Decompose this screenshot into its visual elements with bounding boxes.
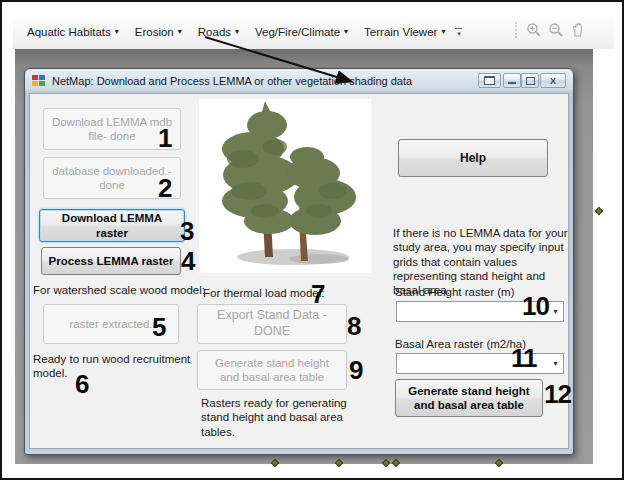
callout-1: 1 <box>158 125 171 151</box>
help-button[interactable]: Help <box>398 139 548 177</box>
chevron-down-icon: ▾ <box>115 28 119 36</box>
rasters-ready-note: Rasters ready for generating stand heigh… <box>201 396 353 439</box>
basal-area-label: Basal Area raster (m2/ha) <box>395 338 526 350</box>
zoom-in-icon[interactable] <box>526 22 542 38</box>
callout-11: 11 <box>511 345 537 371</box>
menu-roads[interactable]: Roads ▾ <box>190 23 247 41</box>
download-lemma-raster-button[interactable]: Download LEMMA raster <box>39 209 185 242</box>
selection-handle-right[interactable] <box>595 207 603 215</box>
stand-height-label: Stand Height raster (m) <box>395 286 515 298</box>
menu-terrain-viewer[interactable]: Terrain Viewer ▾ <box>356 23 453 41</box>
watershed-model-label: For watershed scale wood model: <box>33 284 205 296</box>
chevron-down-icon: ▾ <box>178 28 182 36</box>
minimize-icon <box>508 82 516 84</box>
menu-erosion[interactable]: Erosion ▾ <box>127 23 190 41</box>
window-icon <box>484 76 495 85</box>
netmap-dialog: NetMap: Download and Process LEMMA or ot… <box>24 68 574 455</box>
callout-9: 9 <box>349 357 362 383</box>
export-stand-data-button[interactable]: Export Stand Data - DONE <box>197 304 347 344</box>
callout-3: 3 <box>180 218 193 244</box>
close-icon: X <box>550 76 556 86</box>
maximize-button[interactable] <box>521 73 539 88</box>
toolbar-overflow-icon[interactable]: ▾ <box>455 28 462 37</box>
callout-7: 7 <box>311 281 324 307</box>
minimize-button[interactable] <box>503 73 521 88</box>
callout-2: 2 <box>158 175 171 201</box>
menu-label: Erosion <box>135 26 174 38</box>
callout-12: 12 <box>544 381 571 407</box>
chevron-down-icon: ▾ <box>235 28 239 36</box>
menu-veg-fire-climate[interactable]: Veg/Fire/Climate ▾ <box>247 23 356 41</box>
thermal-model-label: For thermal load model: <box>203 287 324 299</box>
chevron-down-icon: ▾ <box>441 28 445 36</box>
menu-label: Roads <box>198 26 231 38</box>
generate-table-right-button[interactable]: Generate stand height and basal area tab… <box>395 379 543 417</box>
menu-aquatic-habitats[interactable]: Aquatic Habitats ▾ <box>19 23 127 41</box>
pan-icon[interactable] <box>570 22 586 38</box>
callout-5: 5 <box>152 314 165 340</box>
ready-note: Ready to run wood recruitment model. <box>33 352 195 381</box>
winforms-app-icon <box>32 74 46 88</box>
generate-table-mid-button[interactable]: Generate stand height and basal area tab… <box>197 350 347 390</box>
process-lemma-raster-button[interactable]: Process LEMMA raster <box>41 247 181 275</box>
callout-8: 8 <box>347 313 360 339</box>
maximize-icon <box>526 77 535 85</box>
zoom-out-icon[interactable] <box>548 22 564 38</box>
window-pin-button[interactable] <box>478 73 501 88</box>
callout-4: 4 <box>181 248 194 274</box>
toolbar-separator <box>515 22 518 38</box>
plugin-toolbar: Aquatic Habitats ▾ Erosion ▾ Roads ▾ Veg… <box>13 15 614 49</box>
menu-label: Terrain Viewer <box>364 26 437 38</box>
combo-arrow-icon[interactable]: ▾ <box>548 307 563 316</box>
basal-area-combobox[interactable]: ▾ <box>396 353 564 374</box>
figure-frame: Aquatic Habitats ▾ Erosion ▾ Roads ▾ Veg… <box>0 0 624 480</box>
callout-10: 10 <box>522 293 549 319</box>
chevron-down-icon: ▾ <box>344 28 348 36</box>
menu-label: Veg/Fire/Climate <box>255 26 340 38</box>
close-button[interactable]: X <box>540 73 566 88</box>
combo-arrow-icon[interactable]: ▾ <box>548 359 563 368</box>
callout-6: 6 <box>75 371 88 397</box>
tree-illustration <box>199 99 371 273</box>
menu-label: Aquatic Habitats <box>27 26 111 38</box>
